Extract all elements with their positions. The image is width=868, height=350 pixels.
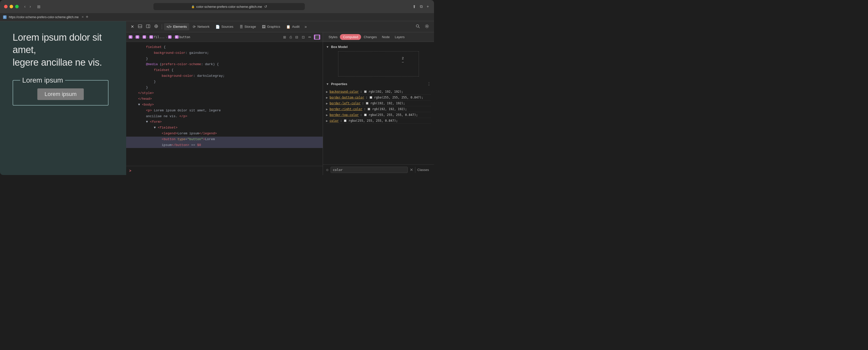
breadcrumb-text-6: button [179, 35, 190, 39]
pen-tool-button[interactable]: ✏ [307, 35, 312, 40]
code-view[interactable]: fieldset { background-color: gainsboro; … [126, 42, 323, 166]
back-button[interactable]: ‹ [23, 3, 27, 10]
box-model-value: 2 [402, 56, 404, 60]
prop-value-border-bottom-color: rgba(255, 255, 255, 0.847); [374, 96, 431, 99]
filter-bar: ⊙ ✕ Classes [323, 165, 434, 175]
fullscreen-button[interactable] [15, 5, 19, 8]
title-bar: ‹ › ⊞ 🔒 color-scheme-prefers-color-schem… [0, 0, 434, 13]
more-tabs-button[interactable]: » [303, 24, 308, 30]
tab-styles[interactable]: Styles [326, 34, 340, 40]
forward-button[interactable]: › [28, 3, 32, 10]
prop-expand-border-bottom-color[interactable]: ▶ [326, 96, 328, 99]
properties-options-icon[interactable]: ⋮ [427, 82, 431, 86]
print-tool-button[interactable]: ⎙ [289, 35, 293, 40]
breadcrumb-item-4[interactable]: E fil... [149, 35, 165, 39]
filter-input[interactable] [331, 167, 408, 173]
browser-tab[interactable]: C https://color-scheme-prefers-color-sch… [3, 16, 84, 19]
code-line: ▼ <form> [126, 119, 323, 125]
prop-expand-color[interactable]: ▶ [326, 119, 328, 122]
prop-swatch-background-color[interactable] [364, 90, 367, 93]
address-bar[interactable]: 🔒 color-scheme-prefers-color-scheme.glit… [153, 3, 305, 10]
prop-name-border-right-color[interactable]: border-right-color [330, 107, 362, 111]
close-button[interactable] [4, 5, 7, 8]
console-input[interactable] [133, 169, 320, 173]
preview-button[interactable]: Lorem ipsum [37, 88, 84, 100]
prop-swatch-border-right-color[interactable] [368, 108, 370, 110]
new-tab-button[interactable]: + [426, 3, 430, 10]
tab-close-button[interactable]: ✕ [82, 16, 84, 19]
breadcrumb-item-5[interactable]: E [168, 35, 172, 39]
code-line: <p> Lorem ipsum dolor sit amet, legere [126, 108, 323, 114]
svg-point-7 [416, 25, 419, 27]
grid2-tool-button[interactable]: ⊡ [301, 35, 306, 40]
prop-expand-border-left-color[interactable]: ▶ [326, 102, 328, 105]
classes-button[interactable]: Classes [415, 167, 431, 173]
tab-sources[interactable]: 📄 Sources [213, 23, 236, 30]
prop-name-border-bottom-color[interactable]: border-bottom-color [330, 96, 364, 99]
tab-favicon: C [3, 16, 6, 19]
tab-graphics[interactable]: 🖼 Graphics [259, 23, 283, 30]
new-tab-icon-button[interactable]: + [86, 14, 89, 20]
box-model-expand-arrow[interactable]: ▼ [326, 45, 329, 49]
share-button[interactable]: ⬆ [411, 3, 417, 10]
code-line-selected[interactable]: <button type="button">Lorem [126, 137, 323, 142]
tab-graphics-label: Graphics [267, 25, 280, 29]
elements-panel: E › E › E › E fil... [126, 32, 323, 175]
tab-network-label: Network [197, 25, 210, 29]
breadcrumb-item-1[interactable]: E [129, 35, 132, 39]
dock-bottom-button[interactable] [136, 24, 144, 30]
reload-button[interactable]: ↺ [264, 4, 267, 8]
computed-content: ▼ Box Model 2 – [323, 42, 434, 165]
devtools-toolbar: ✕ [126, 21, 434, 32]
tab-elements[interactable]: </> Elements [164, 23, 189, 30]
prop-swatch-border-left-color[interactable] [366, 102, 368, 105]
prop-expand-border-right-color[interactable]: ▶ [326, 108, 328, 111]
properties-expand-arrow[interactable]: ▼ [326, 82, 329, 86]
tab-audit[interactable]: 📋 Audit [284, 23, 302, 30]
breadcrumb-bar: E › E › E › E fil... [126, 32, 323, 42]
sidebar-toggle-button[interactable]: ⊞ [36, 3, 42, 10]
element-tag-5: E [168, 35, 172, 39]
prop-expand-border-top-color[interactable]: ▶ [326, 114, 328, 116]
devtools-close-button[interactable]: ✕ [129, 23, 135, 30]
tab-layers[interactable]: Layers [392, 34, 407, 40]
prop-swatch-border-bottom-color[interactable] [370, 96, 372, 99]
code-line-selected-2[interactable]: ipsum</button> == $0 [126, 142, 323, 148]
prop-row-border-bottom-color: ▶ border-bottom-color : rgba(255, 255, 2… [326, 95, 431, 100]
prop-name-border-left-color[interactable]: border-left-color [330, 101, 361, 105]
dock-side-button[interactable] [145, 24, 152, 30]
code-line: fieldset { [126, 45, 323, 50]
code-line: } [126, 56, 323, 62]
tab-computed[interactable]: Computed [340, 34, 361, 40]
minimize-button[interactable] [9, 5, 13, 8]
filter-clear-button[interactable]: ✕ [410, 168, 413, 172]
code-line: background-color: gainsboro; [126, 50, 323, 56]
tab-storage[interactable]: 🗄 Storage [237, 23, 259, 30]
layout-tool-button[interactable]: ⊟ [294, 35, 299, 40]
preview-legend: Lorem ipsum [20, 76, 65, 84]
tab-network[interactable]: ⟳ Network [190, 23, 212, 30]
devtools-search-button[interactable] [414, 23, 422, 30]
devtools-settings-button[interactable] [423, 23, 431, 30]
tab-elements-label: Elements [173, 25, 187, 29]
breadcrumb-item-2[interactable]: E [135, 35, 139, 39]
svg-point-10 [426, 25, 429, 28]
active-tool-button[interactable]: ⬛ [314, 35, 320, 40]
tab-changes[interactable]: Changes [361, 34, 379, 40]
prop-swatch-border-top-color[interactable] [364, 114, 367, 116]
prop-value-color: rgba(255, 255, 255, 0.847); [348, 119, 431, 122]
prop-name-color[interactable]: color [330, 119, 339, 122]
inspect-element-button[interactable] [153, 23, 160, 30]
prop-value-background-color: rgb(192, 192, 192); [369, 90, 431, 93]
tabs-overview-button[interactable]: ⧉ [419, 3, 424, 10]
breadcrumb-item-3[interactable]: E [143, 35, 146, 39]
prop-name-border-top-color[interactable]: border-top-color [330, 113, 359, 117]
prop-swatch-color[interactable] [344, 119, 346, 122]
tab-node[interactable]: Node [379, 34, 392, 40]
breadcrumb-item-6[interactable]: E button [175, 35, 190, 39]
prop-name-background-color[interactable]: background-color [330, 90, 359, 93]
grid-tool-button[interactable]: ⊞ [282, 35, 287, 40]
prop-row-color: ▶ color : rgba(255, 255, 255, 0.847); [326, 118, 431, 124]
prop-expand-background-color[interactable]: ▶ [326, 90, 328, 93]
network-icon: ⟳ [193, 25, 196, 29]
